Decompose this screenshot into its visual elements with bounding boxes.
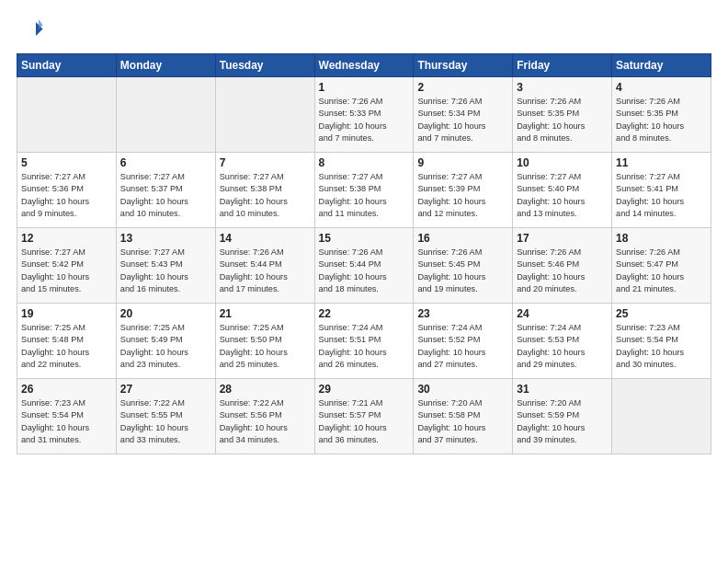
day-cell: 25Sunrise: 7:23 AM Sunset: 5:54 PM Dayli… <box>612 304 711 379</box>
week-row-4: 19Sunrise: 7:25 AM Sunset: 5:48 PM Dayli… <box>17 304 711 379</box>
day-number: 8 <box>319 156 410 169</box>
day-info: Sunrise: 7:27 AM Sunset: 5:42 PM Dayligh… <box>21 247 112 295</box>
day-number: 11 <box>616 156 707 169</box>
weekday-header-friday: Friday <box>513 54 612 77</box>
day-cell <box>116 77 215 153</box>
day-cell: 18Sunrise: 7:26 AM Sunset: 5:47 PM Dayli… <box>612 228 711 304</box>
day-cell: 3Sunrise: 7:26 AM Sunset: 5:35 PM Daylig… <box>513 77 612 153</box>
week-row-2: 5Sunrise: 7:27 AM Sunset: 5:36 PM Daylig… <box>17 153 711 228</box>
day-cell: 12Sunrise: 7:27 AM Sunset: 5:42 PM Dayli… <box>17 228 117 304</box>
day-info: Sunrise: 7:27 AM Sunset: 5:38 PM Dayligh… <box>319 171 410 220</box>
week-row-1: 1Sunrise: 7:26 AM Sunset: 5:33 PM Daylig… <box>17 77 711 153</box>
day-info: Sunrise: 7:22 AM Sunset: 5:55 PM Dayligh… <box>120 397 211 446</box>
day-info: Sunrise: 7:27 AM Sunset: 5:37 PM Dayligh… <box>120 171 211 220</box>
day-cell: 11Sunrise: 7:27 AM Sunset: 5:41 PM Dayli… <box>612 153 711 228</box>
day-cell: 7Sunrise: 7:27 AM Sunset: 5:38 PM Daylig… <box>215 153 314 228</box>
day-number: 15 <box>319 232 410 245</box>
day-cell: 19Sunrise: 7:25 AM Sunset: 5:48 PM Dayli… <box>17 304 117 379</box>
weekday-header-wednesday: Wednesday <box>314 54 414 77</box>
weekday-header-saturday: Saturday <box>612 54 711 77</box>
day-number: 20 <box>120 307 211 320</box>
day-cell: 22Sunrise: 7:24 AM Sunset: 5:51 PM Dayli… <box>314 304 414 379</box>
day-info: Sunrise: 7:27 AM Sunset: 5:38 PM Dayligh… <box>220 171 311 220</box>
week-row-3: 12Sunrise: 7:27 AM Sunset: 5:42 PM Dayli… <box>17 228 711 304</box>
day-cell: 9Sunrise: 7:27 AM Sunset: 5:39 PM Daylig… <box>414 153 513 228</box>
day-info: Sunrise: 7:24 AM Sunset: 5:53 PM Dayligh… <box>517 322 608 371</box>
day-number: 19 <box>21 307 112 320</box>
day-cell: 17Sunrise: 7:26 AM Sunset: 5:46 PM Dayli… <box>513 228 612 304</box>
weekday-row: SundayMondayTuesdayWednesdayThursdayFrid… <box>17 54 711 77</box>
day-cell <box>612 379 711 454</box>
day-number: 1 <box>319 81 410 94</box>
day-cell: 28Sunrise: 7:22 AM Sunset: 5:56 PM Dayli… <box>215 379 314 454</box>
day-cell <box>215 77 314 153</box>
day-cell: 16Sunrise: 7:26 AM Sunset: 5:45 PM Dayli… <box>414 228 513 304</box>
day-cell: 31Sunrise: 7:20 AM Sunset: 5:59 PM Dayli… <box>513 379 612 454</box>
day-info: Sunrise: 7:20 AM Sunset: 5:58 PM Dayligh… <box>417 397 508 446</box>
day-info: Sunrise: 7:21 AM Sunset: 5:57 PM Dayligh… <box>319 397 410 446</box>
day-cell: 26Sunrise: 7:23 AM Sunset: 5:54 PM Dayli… <box>17 379 117 454</box>
day-info: Sunrise: 7:26 AM Sunset: 5:34 PM Dayligh… <box>417 96 508 144</box>
day-info: Sunrise: 7:23 AM Sunset: 5:54 PM Dayligh… <box>21 397 112 446</box>
day-number: 17 <box>517 232 608 245</box>
day-cell: 20Sunrise: 7:25 AM Sunset: 5:49 PM Dayli… <box>116 304 215 379</box>
day-cell: 21Sunrise: 7:25 AM Sunset: 5:50 PM Dayli… <box>215 304 314 379</box>
day-cell: 1Sunrise: 7:26 AM Sunset: 5:33 PM Daylig… <box>314 77 414 153</box>
day-cell: 5Sunrise: 7:27 AM Sunset: 5:36 PM Daylig… <box>17 153 117 228</box>
day-cell: 24Sunrise: 7:24 AM Sunset: 5:53 PM Dayli… <box>513 304 612 379</box>
day-number: 13 <box>120 232 211 245</box>
day-number: 6 <box>120 156 211 169</box>
day-cell: 2Sunrise: 7:26 AM Sunset: 5:34 PM Daylig… <box>414 77 513 153</box>
day-number: 31 <box>517 383 608 396</box>
day-info: Sunrise: 7:26 AM Sunset: 5:46 PM Dayligh… <box>517 247 608 295</box>
day-info: Sunrise: 7:26 AM Sunset: 5:33 PM Dayligh… <box>319 96 410 144</box>
day-number: 3 <box>517 81 608 94</box>
day-number: 26 <box>21 383 112 396</box>
week-row-5: 26Sunrise: 7:23 AM Sunset: 5:54 PM Dayli… <box>17 379 711 454</box>
day-cell: 27Sunrise: 7:22 AM Sunset: 5:55 PM Dayli… <box>116 379 215 454</box>
day-info: Sunrise: 7:26 AM Sunset: 5:35 PM Dayligh… <box>616 96 707 144</box>
day-info: Sunrise: 7:24 AM Sunset: 5:51 PM Dayligh… <box>319 322 410 371</box>
day-info: Sunrise: 7:26 AM Sunset: 5:35 PM Dayligh… <box>517 96 608 144</box>
calendar-header: SundayMondayTuesdayWednesdayThursdayFrid… <box>17 54 711 77</box>
day-number: 21 <box>220 307 311 320</box>
day-cell: 30Sunrise: 7:20 AM Sunset: 5:58 PM Dayli… <box>414 379 513 454</box>
day-info: Sunrise: 7:27 AM Sunset: 5:40 PM Dayligh… <box>517 171 608 220</box>
weekday-header-thursday: Thursday <box>414 54 513 77</box>
day-info: Sunrise: 7:26 AM Sunset: 5:44 PM Dayligh… <box>220 247 311 295</box>
day-number: 30 <box>417 383 508 396</box>
day-number: 10 <box>517 156 608 169</box>
day-info: Sunrise: 7:24 AM Sunset: 5:52 PM Dayligh… <box>417 322 508 371</box>
day-cell: 23Sunrise: 7:24 AM Sunset: 5:52 PM Dayli… <box>414 304 513 379</box>
weekday-header-monday: Monday <box>116 54 215 77</box>
day-info: Sunrise: 7:27 AM Sunset: 5:36 PM Dayligh… <box>21 171 112 220</box>
logo <box>17 17 48 44</box>
day-info: Sunrise: 7:26 AM Sunset: 5:47 PM Dayligh… <box>616 247 707 295</box>
day-cell: 13Sunrise: 7:27 AM Sunset: 5:43 PM Dayli… <box>116 228 215 304</box>
day-number: 23 <box>417 307 508 320</box>
day-cell: 10Sunrise: 7:27 AM Sunset: 5:40 PM Dayli… <box>513 153 612 228</box>
day-info: Sunrise: 7:26 AM Sunset: 5:44 PM Dayligh… <box>319 247 410 295</box>
day-number: 28 <box>220 383 311 396</box>
day-number: 4 <box>616 81 707 94</box>
day-info: Sunrise: 7:25 AM Sunset: 5:50 PM Dayligh… <box>220 322 311 371</box>
day-cell: 29Sunrise: 7:21 AM Sunset: 5:57 PM Dayli… <box>314 379 414 454</box>
day-cell: 15Sunrise: 7:26 AM Sunset: 5:44 PM Dayli… <box>314 228 414 304</box>
day-number: 2 <box>417 81 508 94</box>
day-info: Sunrise: 7:22 AM Sunset: 5:56 PM Dayligh… <box>220 397 311 446</box>
weekday-header-tuesday: Tuesday <box>215 54 314 77</box>
day-info: Sunrise: 7:25 AM Sunset: 5:48 PM Dayligh… <box>21 322 112 371</box>
day-info: Sunrise: 7:23 AM Sunset: 5:54 PM Dayligh… <box>616 322 707 371</box>
day-number: 12 <box>21 232 112 245</box>
day-number: 5 <box>21 156 112 169</box>
day-info: Sunrise: 7:27 AM Sunset: 5:39 PM Dayligh… <box>417 171 508 220</box>
day-info: Sunrise: 7:20 AM Sunset: 5:59 PM Dayligh… <box>517 397 608 446</box>
day-info: Sunrise: 7:27 AM Sunset: 5:43 PM Dayligh… <box>120 247 211 295</box>
day-cell <box>17 77 117 153</box>
page: SundayMondayTuesdayWednesdayThursdayFrid… <box>0 0 728 563</box>
day-number: 22 <box>319 307 410 320</box>
day-number: 16 <box>417 232 508 245</box>
day-info: Sunrise: 7:27 AM Sunset: 5:41 PM Dayligh… <box>616 171 707 220</box>
logo-icon <box>17 17 44 44</box>
header <box>17 17 711 44</box>
